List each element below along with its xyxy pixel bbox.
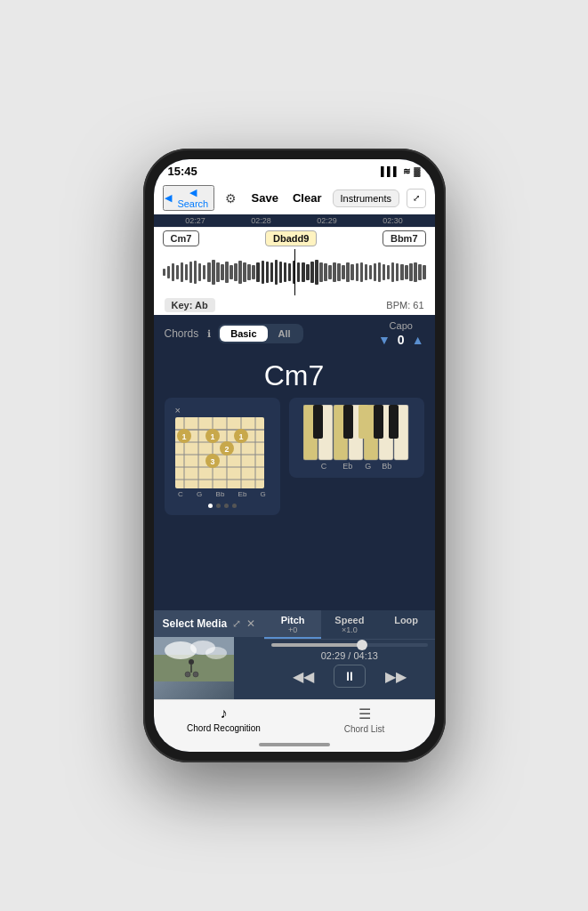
tab-chord-list[interactable]: ☰ Chord List	[294, 700, 435, 738]
dot-4	[232, 504, 237, 508]
select-media-button[interactable]: Select Media ⤢ ✕	[154, 610, 265, 637]
ctrl-tab-loop-label: Loop	[394, 615, 418, 625]
instruments-button[interactable]: Instruments	[333, 189, 399, 207]
key-bpm-row: Key: Ab BPM: 61	[154, 295, 435, 315]
svg-rect-33	[389, 405, 399, 439]
x-marker: ×	[175, 405, 273, 415]
chord-tag-cm7[interactable]: Cm7	[163, 230, 200, 246]
svg-text:1: 1	[181, 432, 186, 441]
wifi-icon: ≋	[403, 166, 410, 176]
back-label: ◀ Search	[173, 187, 213, 209]
diagram-dots	[172, 504, 273, 508]
home-indicator	[154, 738, 435, 752]
note-c: C	[321, 462, 327, 471]
svg-text:1: 1	[238, 432, 243, 441]
string-label-g: G	[197, 490, 202, 498]
chord-recognition-label: Chord Recognition	[187, 723, 261, 733]
forward-button[interactable]: ▶▶	[380, 666, 412, 687]
ctrl-tab-speed-sub: ×1.0	[325, 625, 375, 634]
tick-1: 02:27	[185, 216, 205, 225]
dot-1	[208, 504, 213, 508]
save-button[interactable]: Save	[248, 189, 282, 206]
svg-point-39	[189, 659, 194, 665]
expand-button[interactable]: ⤢	[407, 189, 426, 208]
battery-icon: ▓	[414, 166, 420, 176]
chords-tab-all[interactable]: All	[268, 326, 302, 342]
waveform-area[interactable]	[154, 249, 435, 295]
rewind-button[interactable]: ◀◀	[287, 666, 319, 687]
phone-screen: 15:45 ▌▌▌ ≋ ▓ ◀ ◀ Search ⚙ Save Clear In…	[154, 159, 435, 752]
capo-controls: ▼ 0 ▲	[378, 333, 424, 347]
piano-keys-svg	[303, 405, 410, 463]
piano-keys	[303, 405, 410, 458]
tab-chord-recognition[interactable]: ♪ Chord Recognition	[154, 700, 294, 738]
gear-button[interactable]: ⚙	[222, 189, 240, 208]
thumbnail-image	[154, 637, 234, 681]
signal-icon: ▌▌▌	[381, 166, 399, 176]
ctrl-tab-pitch-sub: +0	[268, 625, 318, 634]
ctrl-tab-pitch-label: Pitch	[281, 615, 305, 625]
clear-button[interactable]: Clear	[289, 189, 326, 206]
piano-diagram[interactable]: C Eb G Bb	[289, 398, 424, 478]
progress-bar[interactable]	[271, 643, 427, 647]
media-thumbnail	[154, 637, 234, 699]
status-time: 15:45	[168, 165, 197, 178]
key-badge[interactable]: Key: Ab	[165, 298, 215, 312]
chords-tab-basic[interactable]: Basic	[220, 326, 267, 342]
home-bar	[259, 743, 330, 746]
string-label-g2: G	[261, 490, 266, 498]
ctrl-tab-speed[interactable]: Speed ×1.0	[321, 610, 378, 639]
playback-controls: 02:29 / 04:13 ◀◀ ⏸ ▶▶	[264, 640, 434, 691]
svg-point-38	[205, 647, 227, 659]
chord-tag-dbadd9[interactable]: Dbadd9	[265, 230, 317, 246]
guitar-diagram[interactable]: ×	[165, 398, 280, 515]
play-pause-button[interactable]: ⏸	[334, 665, 366, 688]
timeline-ticks: 02:27 02:28 02:29 02:30	[154, 214, 435, 228]
string-label-c: C	[178, 490, 183, 498]
info-icon[interactable]: ℹ	[207, 328, 211, 340]
back-button[interactable]: ◀ ◀ Search	[163, 185, 215, 211]
progress-fill	[271, 643, 362, 647]
string-label-bb: Bb	[216, 490, 225, 498]
tab-bar: ♪ Chord Recognition ☰ Chord List	[154, 699, 435, 738]
guitar-fret-svg: 1 1 1 2 3	[172, 417, 268, 488]
media-close-icon[interactable]: ✕	[246, 617, 255, 630]
capo-down-button[interactable]: ▼	[378, 333, 391, 347]
status-icons: ▌▌▌ ≋ ▓	[381, 166, 421, 176]
nav-bar: ◀ ◀ Search ⚙ Save Clear Instruments ⤢	[154, 181, 435, 214]
time-total: 04:13	[353, 650, 378, 661]
svg-rect-35	[154, 655, 234, 681]
chord-main-area: Chords ℹ Basic All Capo ▼ 0 ▲ Cm7	[154, 315, 435, 610]
media-bar: Select Media ⤢ ✕	[154, 610, 435, 699]
chord-list-icon: ☰	[358, 705, 371, 722]
media-expand-icon[interactable]: ⤢	[232, 617, 241, 630]
note-g: G	[365, 462, 371, 471]
note-bb: Bb	[382, 462, 391, 471]
progress-handle[interactable]	[357, 640, 367, 650]
ctrl-tab-speed-label: Speed	[334, 615, 364, 625]
controls-tabs: Pitch +0 Speed ×1.0 Loop	[264, 610, 434, 640]
time-current: 02:29	[321, 650, 346, 661]
svg-text:1: 1	[210, 432, 214, 441]
svg-text:2: 2	[224, 445, 229, 454]
playhead	[294, 249, 296, 295]
svg-rect-31	[358, 405, 368, 439]
chord-tag-bbm7[interactable]: Bbm7	[383, 230, 426, 246]
piano-note-labels: C Eb G Bb	[321, 462, 392, 471]
capo-up-button[interactable]: ▲	[412, 333, 424, 347]
back-icon: ◀	[165, 192, 172, 204]
fret-grid-wrap: 1 1 1 2 3	[172, 417, 268, 488]
svg-rect-32	[374, 405, 383, 439]
ctrl-tab-loop[interactable]: Loop	[378, 610, 435, 639]
ctrl-tab-pitch[interactable]: Pitch +0	[264, 610, 321, 639]
capo-label: Capo	[390, 320, 413, 331]
time-display: 02:29 / 04:13	[271, 650, 427, 661]
bpm-label: BPM: 61	[386, 300, 423, 310]
chord-row: Cm7 Dbadd9 Bbm7	[154, 228, 435, 249]
svg-rect-30	[343, 405, 353, 439]
capo-value: 0	[398, 333, 405, 347]
string-labels: C G Bb Eb G	[172, 488, 273, 500]
media-left: Select Media ⤢ ✕	[154, 610, 265, 699]
chord-name-display: Cm7	[154, 352, 435, 398]
tick-2: 02:28	[251, 216, 271, 225]
